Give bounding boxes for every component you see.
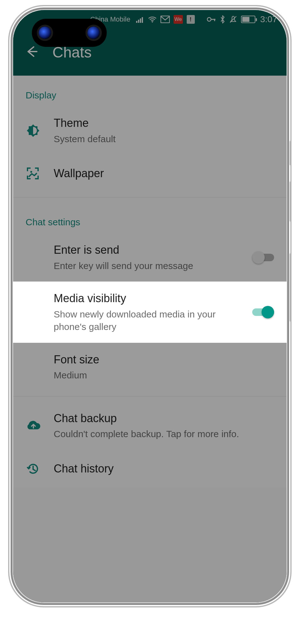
row-title: Wallpaper [54, 166, 274, 181]
section-header-display: Display [13, 76, 287, 106]
row-font-size[interactable]: Font size Medium [13, 343, 287, 391]
back-button[interactable] [24, 44, 39, 60]
svg-rect-0 [136, 21, 137, 23]
row-subtitle: Show newly downloaded media in your phon… [54, 308, 246, 333]
settings-content: Display Theme System default Wal [13, 76, 287, 487]
svg-rect-8 [214, 19, 215, 21]
divider [13, 396, 287, 397]
we-badge: We [174, 15, 183, 24]
signal-icon [136, 16, 144, 23]
side-button [290, 253, 290, 322]
clock-label: 3:07 [260, 14, 278, 24]
mute-icon [229, 15, 237, 23]
phone-frame: China Mobile We ! [9, 6, 290, 606]
mail-icon [160, 16, 170, 23]
svg-rect-3 [142, 17, 143, 23]
row-subtitle: Enter key will send your message [54, 260, 246, 272]
theme-icon [26, 123, 54, 138]
camera-cutout [32, 19, 107, 47]
row-title: Enter is send [54, 242, 246, 258]
wallpaper-icon [26, 166, 54, 181]
section-header-chat: Chat settings [13, 202, 287, 233]
side-button [290, 181, 290, 222]
screen: China Mobile We ! [13, 10, 287, 602]
row-chat-history[interactable]: Chat history [13, 450, 287, 487]
row-media-visibility[interactable]: Media visibility Show newly downloaded m… [13, 282, 287, 343]
camera-lens [87, 27, 100, 39]
key-icon [207, 16, 216, 23]
row-wallpaper[interactable]: Wallpaper [13, 155, 287, 192]
row-subtitle: System default [54, 133, 274, 146]
row-title: Chat backup [54, 411, 274, 426]
svg-point-4 [152, 21, 153, 22]
row-title: Chat history [54, 461, 274, 477]
media-visibility-toggle[interactable] [252, 306, 274, 318]
row-subtitle: Medium [54, 369, 274, 382]
cloud-upload-icon [26, 419, 54, 432]
row-title: Theme [54, 116, 274, 131]
row-theme[interactable]: Theme System default [13, 106, 287, 155]
row-title: Font size [54, 352, 274, 367]
enter-is-send-toggle[interactable] [252, 251, 274, 264]
alert-badge: ! [187, 15, 195, 24]
history-icon [26, 461, 54, 476]
svg-point-6 [207, 17, 211, 21]
svg-rect-2 [140, 18, 141, 23]
bluetooth-icon [220, 15, 225, 23]
side-button [290, 141, 290, 166]
row-chat-backup[interactable]: Chat backup Couldn't complete backup. Ta… [13, 402, 287, 450]
battery-icon [241, 16, 255, 23]
row-enter-is-send[interactable]: Enter is send Enter key will send your m… [13, 233, 287, 282]
row-title: Media visibility [54, 291, 246, 306]
svg-rect-1 [138, 20, 139, 23]
camera-lens [39, 27, 51, 39]
svg-point-11 [30, 171, 32, 173]
phone-screen-bezel: China Mobile We ! [13, 10, 287, 602]
row-subtitle: Couldn't complete backup. Tap for more i… [54, 428, 274, 441]
divider [13, 197, 287, 197]
wifi-icon [148, 16, 157, 23]
